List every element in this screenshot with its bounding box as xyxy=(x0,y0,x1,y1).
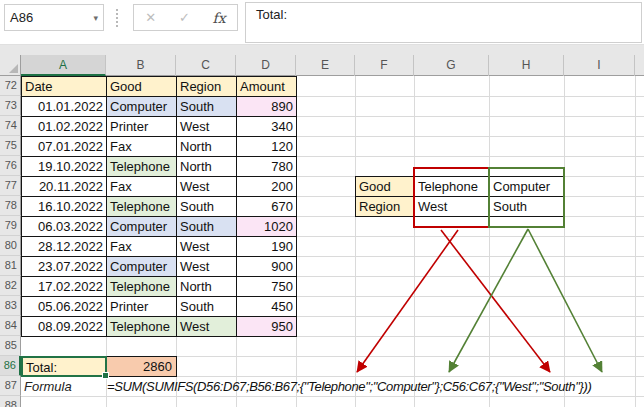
cell[interactable]: Computer xyxy=(107,217,177,237)
cell[interactable]: Computer xyxy=(490,177,565,197)
row-header-85[interactable]: 85 xyxy=(0,336,21,356)
cell[interactable]: Printer xyxy=(107,297,177,317)
cell[interactable]: 950 xyxy=(237,317,297,337)
column-header-h[interactable]: H xyxy=(489,55,564,76)
cell[interactable]: 23.07.2022 xyxy=(22,257,107,277)
name-box[interactable]: A86 ▾ xyxy=(4,4,104,31)
cell[interactable]: West xyxy=(177,317,237,337)
cell[interactable]: Telephone xyxy=(107,317,177,337)
column-header-f[interactable]: F xyxy=(355,55,414,76)
cell[interactable]: Region xyxy=(356,197,415,217)
column-header-d[interactable]: D xyxy=(236,55,296,76)
cell[interactable]: 750 xyxy=(237,277,297,297)
row-header-72[interactable]: 72 xyxy=(0,76,21,96)
column-headers: ABCDEFGHI xyxy=(0,55,644,76)
cell[interactable]: 05.06.2022 xyxy=(22,297,107,317)
cell[interactable]: South xyxy=(177,297,237,317)
cell[interactable]: North xyxy=(177,157,237,177)
cell[interactable]: 01.01.2022 xyxy=(22,97,107,117)
formula-bar-input[interactable]: Total: xyxy=(245,2,642,43)
arrow-red-west xyxy=(441,230,550,372)
cell[interactable]: South xyxy=(177,197,237,217)
enter-icon[interactable]: ✓ xyxy=(179,10,190,25)
cell[interactable]: West xyxy=(177,177,237,197)
cell[interactable]: 07.01.2022 xyxy=(22,137,107,157)
cell[interactable]: 08.09.2022 xyxy=(22,317,107,337)
name-box-dropdown-icon[interactable]: ▾ xyxy=(89,13,98,23)
column-header-e[interactable]: E xyxy=(296,55,355,76)
cell[interactable]: Telephone xyxy=(107,197,177,217)
formula-buttons: ✕ ✓ fx xyxy=(133,4,238,31)
row-header-84[interactable]: 84 xyxy=(0,316,21,336)
cell[interactable]: West xyxy=(177,117,237,137)
row-header-86[interactable]: 86 xyxy=(0,356,21,376)
row-header-80[interactable]: 80 xyxy=(0,236,21,256)
cell[interactable]: 120 xyxy=(237,137,297,157)
cell[interactable]: North xyxy=(177,137,237,157)
cell[interactable]: 890 xyxy=(237,97,297,117)
cell[interactable]: 16.10.2022 xyxy=(22,197,107,217)
row-header-81[interactable]: 81 xyxy=(0,256,21,276)
column-header-c[interactable]: C xyxy=(176,55,236,76)
cell-a87-formula-label[interactable]: Formula xyxy=(21,377,106,397)
cell[interactable]: Fax xyxy=(107,237,177,257)
cell-b87-formula-text[interactable]: =SUM(SUMIFS(D56:D67;B56:B67;{"Telephone"… xyxy=(107,377,591,397)
cell[interactable]: Printer xyxy=(107,117,177,137)
cell[interactable]: South xyxy=(177,217,237,237)
cell[interactable]: South xyxy=(177,97,237,117)
row-header-73[interactable]: 73 xyxy=(0,96,21,116)
row-header-88[interactable]: 88 xyxy=(0,396,21,407)
cell[interactable]: Fax xyxy=(107,177,177,197)
cell[interactable]: 780 xyxy=(237,157,297,177)
cell[interactable]: Good xyxy=(107,77,177,97)
column-header-i[interactable]: I xyxy=(564,55,635,76)
cell-a86-total-label[interactable]: Total: xyxy=(21,356,107,377)
cell[interactable]: Computer xyxy=(107,97,177,117)
row-header-83[interactable]: 83 xyxy=(0,296,21,316)
cell[interactable]: Fax xyxy=(107,137,177,157)
cell[interactable]: 450 xyxy=(237,297,297,317)
row-header-82[interactable]: 82 xyxy=(0,276,21,296)
insert-function-icon[interactable]: fx xyxy=(213,10,226,26)
cell[interactable]: 670 xyxy=(237,197,297,217)
cancel-icon[interactable]: ✕ xyxy=(145,10,156,25)
chrome-sheet-divider xyxy=(0,44,644,55)
cell[interactable]: Good xyxy=(356,177,415,197)
row-header-76[interactable]: 76 xyxy=(0,156,21,176)
cell[interactable]: Amount xyxy=(237,77,297,97)
cell[interactable]: North xyxy=(177,277,237,297)
cell[interactable]: 900 xyxy=(237,257,297,277)
cell[interactable]: 28.12.2022 xyxy=(22,237,107,257)
cell[interactable]: 01.02.2022 xyxy=(22,117,107,137)
cell[interactable]: Telephone xyxy=(107,157,177,177)
column-header-g[interactable]: G xyxy=(414,55,489,76)
cell[interactable]: Telephone xyxy=(415,177,490,197)
row-header-77[interactable]: 77 xyxy=(0,176,21,196)
cell[interactable]: 340 xyxy=(237,117,297,137)
cell[interactable]: West xyxy=(177,237,237,257)
cell[interactable]: 190 xyxy=(237,237,297,257)
cell[interactable]: Computer xyxy=(107,257,177,277)
cell[interactable]: Telephone xyxy=(107,277,177,297)
cell[interactable]: Region xyxy=(177,77,237,97)
cell[interactable]: West xyxy=(415,197,490,217)
row-header-79[interactable]: 79 xyxy=(0,216,21,236)
cell[interactable]: 20.11.2022 xyxy=(22,177,107,197)
cell[interactable]: Date xyxy=(22,77,107,97)
cell-b86-total-value[interactable]: 2860 xyxy=(106,356,177,377)
select-all-corner[interactable] xyxy=(0,55,21,76)
row-header-75[interactable]: 75 xyxy=(0,136,21,156)
cell[interactable]: 1020 xyxy=(237,217,297,237)
cell[interactable]: West xyxy=(177,257,237,277)
cell[interactable]: South xyxy=(490,197,565,217)
column-header-b[interactable]: B xyxy=(106,55,176,76)
row-header-74[interactable]: 74 xyxy=(0,116,21,136)
cell[interactable]: 19.10.2022 xyxy=(22,157,107,177)
cell[interactable]: 200 xyxy=(237,177,297,197)
cell[interactable]: 06.03.2022 xyxy=(22,217,107,237)
spreadsheet-grid: ABCDEFGHI 727374757677787980818283848586… xyxy=(0,55,644,407)
row-header-78[interactable]: 78 xyxy=(0,196,21,216)
column-header-a[interactable]: A xyxy=(21,55,106,76)
cell[interactable]: 17.02.2022 xyxy=(22,277,107,297)
row-header-87[interactable]: 87 xyxy=(0,376,21,396)
